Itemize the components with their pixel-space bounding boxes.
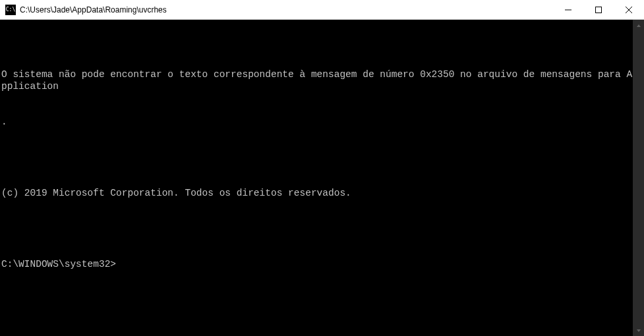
- console-line: (c) 2019 Microsoft Corporation. Todos os…: [1, 187, 633, 199]
- window-title: C:\Users\Jade\AppData\Roaming\uvcrhes: [20, 5, 553, 14]
- minimize-button[interactable]: [553, 0, 583, 19]
- console-line: O sistema não pode encontrar o texto cor…: [1, 69, 633, 92]
- console-content: O sistema não pode encontrar o texto cor…: [1, 45, 633, 336]
- console-line: .: [1, 116, 633, 128]
- title-bar: C:\ C:\Users\Jade\AppData\Roaming\uvcrhe…: [0, 0, 644, 20]
- cmd-icon: C:\: [5, 5, 16, 15]
- svg-rect-1: [596, 7, 602, 13]
- console-prompt: C:\WINDOWS\system32>: [1, 258, 633, 270]
- console-area[interactable]: O sistema não pode encontrar o texto cor…: [0, 20, 644, 336]
- console-line: [1, 223, 633, 235]
- scroll-down-arrow-icon[interactable]: [633, 325, 644, 336]
- console-line: [1, 152, 633, 163]
- scroll-up-arrow-icon[interactable]: [633, 20, 644, 31]
- close-button[interactable]: [614, 0, 644, 19]
- maximize-button[interactable]: [583, 0, 614, 19]
- window-controls: [553, 0, 644, 19]
- vertical-scrollbar[interactable]: [633, 20, 644, 336]
